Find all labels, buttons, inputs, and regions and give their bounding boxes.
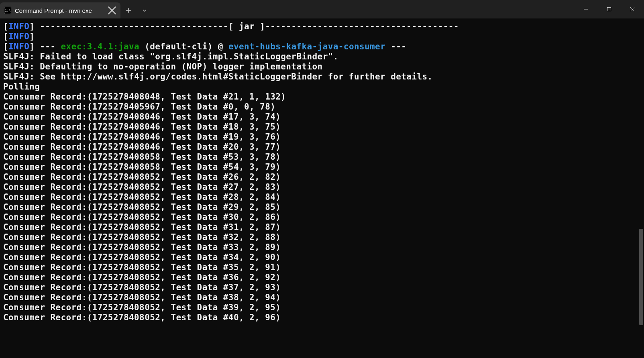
consumer-record-line: Consumer Record:(1725278408052, Test Dat… — [3, 202, 642, 212]
consumer-record-line: Consumer Record:(1725278408052, Test Dat… — [3, 222, 642, 232]
titlebar-drag-region[interactable] — [153, 0, 574, 18]
consumer-record-line: Consumer Record:(1725278408052, Test Dat… — [3, 172, 642, 182]
log-line: [INFO] --- exec:3.4.1:java (default-cli)… — [3, 42, 642, 52]
log-line: SLF4J: Defaulting to no-operation (NOP) … — [3, 62, 642, 72]
consumer-record-line: Consumer Record:(1725278408052, Test Dat… — [3, 252, 642, 262]
terminal-output[interactable]: [INFO] ---------------------------------… — [0, 18, 644, 358]
log-line: [INFO] — [3, 32, 642, 42]
consumer-record-line: Consumer Record:(1725278408052, Test Dat… — [3, 283, 642, 293]
maximize-button[interactable] — [597, 0, 621, 18]
svg-rect-5 — [607, 8, 611, 11]
consumer-record-line: Consumer Record:(1725278408052, Test Dat… — [3, 273, 642, 283]
cmd-icon: C:\ — [4, 7, 11, 14]
consumer-record-line: Consumer Record:(1725278408052, Test Dat… — [3, 293, 642, 303]
new-tab-button[interactable] — [120, 2, 137, 18]
consumer-record-line: Consumer Record:(1725278408052, Test Dat… — [3, 242, 642, 252]
consumer-record-line: Consumer Record:(1725278408046, Test Dat… — [3, 112, 642, 122]
consumer-record-line: Consumer Record:(1725278408052, Test Dat… — [3, 262, 642, 273]
consumer-record-line: Consumer Record:(1725278408052, Test Dat… — [3, 303, 642, 313]
tab-title: Command Prompt - mvn exe — [15, 7, 92, 14]
consumer-record-line: Consumer Record:(1725278408046, Test Dat… — [3, 132, 642, 142]
consumer-record-line: Consumer Record:(1725278408058, Test Dat… — [3, 152, 642, 162]
consumer-record-line: Consumer Record:(1725278408052, Test Dat… — [3, 313, 642, 323]
tab-dropdown-button[interactable] — [137, 2, 153, 18]
consumer-record-line: Consumer Record:(1725278408048, Test Dat… — [3, 92, 642, 102]
scrollbar-thumb[interactable] — [639, 229, 643, 325]
consumer-record-line: Consumer Record:(1725278408058, Test Dat… — [3, 162, 642, 172]
close-window-button[interactable] — [621, 0, 644, 18]
log-line: SLF4J: See http://www.slf4j.org/codes.ht… — [3, 72, 642, 82]
consumer-record-line: Consumer Record:(1725278408046, Test Dat… — [3, 142, 642, 152]
consumer-record-line: Consumer Record:(1725278408052, Test Dat… — [3, 212, 642, 222]
log-line: SLF4J: Failed to load class "org.slf4j.i… — [3, 52, 642, 62]
titlebar: C:\ Command Prompt - mvn exe — [0, 0, 644, 18]
consumer-record-line: Consumer Record:(1725278408052, Test Dat… — [3, 192, 642, 202]
log-line: [INFO] ---------------------------------… — [3, 22, 642, 32]
consumer-record-line: Consumer Record:(1725278408052, Test Dat… — [3, 232, 642, 242]
window-controls — [574, 0, 644, 18]
consumer-record-line: Consumer Record:(1725278405967, Test Dat… — [3, 102, 642, 112]
consumer-record-line: Consumer Record:(1725278408046, Test Dat… — [3, 122, 642, 132]
consumer-record-line: Consumer Record:(1725278408052, Test Dat… — [3, 182, 642, 192]
minimize-button[interactable] — [574, 0, 597, 18]
log-line: Polling — [3, 82, 642, 92]
active-tab[interactable]: C:\ Command Prompt - mvn exe — [0, 2, 120, 18]
close-tab-button[interactable] — [108, 6, 116, 15]
